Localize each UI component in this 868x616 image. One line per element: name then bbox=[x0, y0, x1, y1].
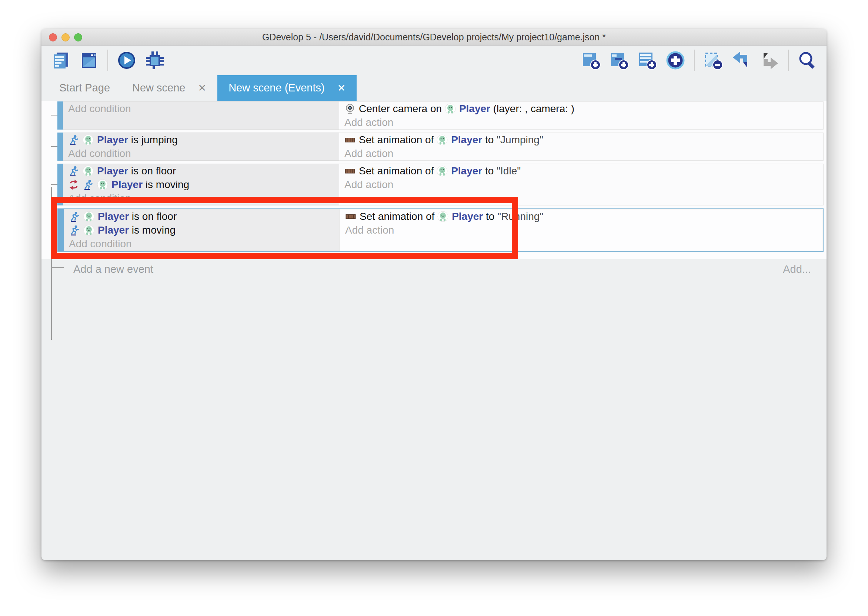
scene-editor-button[interactable] bbox=[79, 51, 99, 70]
object-name: Player bbox=[97, 134, 128, 146]
project-manager-icon bbox=[51, 51, 70, 70]
platformer-behavior-icon bbox=[69, 211, 80, 222]
condition-row[interactable]: Player is on floor bbox=[64, 209, 340, 223]
tab-new-scene-events[interactable]: New scene (Events) ✕ bbox=[217, 75, 357, 101]
debug-icon bbox=[145, 51, 164, 70]
search-icon bbox=[798, 51, 817, 70]
player-object-icon bbox=[445, 103, 456, 115]
add-action-button[interactable]: Add action bbox=[339, 178, 823, 192]
play-button[interactable] bbox=[117, 51, 136, 70]
condition-row[interactable]: Player is moving bbox=[64, 223, 340, 237]
object-name: Player bbox=[98, 211, 129, 223]
actions-cell[interactable]: Set animation of Player to "Jumping"Add … bbox=[339, 132, 824, 161]
condition-text: is moving bbox=[129, 224, 176, 236]
add-event-button[interactable] bbox=[581, 51, 601, 70]
player-object-icon bbox=[83, 134, 94, 146]
action-text: to bbox=[483, 211, 497, 223]
scene-editor-icon bbox=[79, 51, 99, 70]
add-condition-button[interactable]: Add condition bbox=[64, 237, 340, 251]
tree-line-stub bbox=[51, 115, 57, 115]
conditions-cell[interactable]: Player is on floorPlayer is movingAdd co… bbox=[64, 209, 340, 251]
event-drag-bar[interactable] bbox=[57, 132, 63, 161]
toolbar-separator bbox=[694, 50, 695, 71]
gdevelop-window: GDevelop 5 - /Users/david/Documents/GDev… bbox=[41, 29, 827, 560]
condition-text: is on floor bbox=[128, 165, 176, 177]
event-row[interactable]: Player is jumpingAdd conditionSet animat… bbox=[57, 132, 824, 161]
tab-bar: Start Page New scene ✕ New scene (Events… bbox=[41, 75, 827, 101]
add-comment-button[interactable] bbox=[638, 51, 657, 70]
action-value: "Jumping" bbox=[497, 134, 543, 146]
close-icon[interactable]: ✕ bbox=[337, 82, 346, 94]
debug-button[interactable] bbox=[145, 51, 164, 70]
animation-icon bbox=[344, 134, 355, 146]
action-text: Set animation of bbox=[359, 165, 437, 177]
action-row[interactable]: Set animation of Player to "Running" bbox=[340, 209, 822, 223]
add-subevent-icon bbox=[610, 51, 629, 70]
tree-line-stub bbox=[51, 146, 57, 147]
redo-button[interactable] bbox=[760, 51, 779, 70]
add-new-button[interactable] bbox=[666, 51, 685, 70]
events-list: Add conditionCenter camera on Player (la… bbox=[57, 101, 824, 255]
action-text: to bbox=[482, 134, 497, 146]
conditions-cell[interactable]: Player is jumpingAdd condition bbox=[63, 132, 339, 161]
add-condition-button[interactable]: Add condition bbox=[63, 102, 339, 115]
event-drag-bar[interactable] bbox=[57, 163, 63, 206]
action-text: Set animation of bbox=[360, 211, 437, 223]
event-row[interactable]: Player is on floorPlayer is movingAdd co… bbox=[57, 163, 824, 206]
close-window-button[interactable] bbox=[49, 33, 57, 41]
actions-cell[interactable]: Set animation of Player to "Running"Add … bbox=[340, 209, 823, 251]
event-row[interactable]: Player is on floorPlayer is movingAdd co… bbox=[57, 208, 824, 252]
event-row[interactable]: Add conditionCenter camera on Player (la… bbox=[57, 101, 824, 130]
delete-event-button[interactable] bbox=[704, 51, 723, 70]
add-new-event-button[interactable]: Add a new event bbox=[73, 263, 153, 275]
play-icon bbox=[117, 51, 136, 70]
condition-text: is moving bbox=[143, 179, 189, 191]
player-object-icon bbox=[437, 211, 448, 222]
action-value: "Running" bbox=[497, 211, 543, 223]
condition-row[interactable]: Player is jumping bbox=[63, 133, 339, 146]
action-value: "Idle" bbox=[497, 165, 520, 177]
action-row[interactable]: Set animation of Player to "Idle" bbox=[339, 164, 823, 178]
add-condition-button[interactable]: Add condition bbox=[63, 146, 339, 160]
search-button[interactable] bbox=[798, 51, 817, 70]
action-row[interactable]: Center camera on Player (layer: , camera… bbox=[339, 102, 823, 115]
add-button[interactable]: Add... bbox=[783, 263, 811, 275]
titlebar[interactable]: GDevelop 5 - /Users/david/Documents/GDev… bbox=[41, 29, 827, 46]
event-drag-bar[interactable] bbox=[58, 209, 64, 251]
tab-start-page[interactable]: Start Page bbox=[48, 75, 121, 101]
add-event-row: Add a new event Add... bbox=[41, 261, 827, 277]
tree-line-stub bbox=[51, 229, 56, 230]
animation-icon bbox=[344, 165, 355, 177]
project-manager-button[interactable] bbox=[51, 51, 70, 70]
animation-icon bbox=[345, 211, 356, 222]
tab-new-scene[interactable]: New scene ✕ bbox=[121, 75, 217, 101]
event-drag-bar[interactable] bbox=[57, 101, 63, 130]
player-object-icon bbox=[97, 179, 108, 190]
conditions-cell[interactable]: Add condition bbox=[63, 101, 339, 130]
add-action-button[interactable]: Add action bbox=[340, 223, 822, 237]
add-action-button[interactable]: Add action bbox=[339, 146, 823, 160]
add-action-button[interactable]: Add action bbox=[339, 115, 823, 129]
undo-button[interactable] bbox=[732, 51, 751, 70]
events-sheet[interactable]: Add conditionCenter camera on Player (la… bbox=[41, 101, 827, 259]
add-condition-button[interactable]: Add condition bbox=[63, 192, 339, 205]
player-object-icon bbox=[83, 165, 94, 177]
conditions-cell[interactable]: Player is on floorPlayer is movingAdd co… bbox=[63, 163, 339, 206]
actions-cell[interactable]: Center camera on Player (layer: , camera… bbox=[339, 101, 824, 130]
condition-row[interactable]: Player is on floor bbox=[63, 164, 339, 178]
minimize-window-button[interactable] bbox=[61, 33, 70, 41]
object-name: Player bbox=[112, 179, 143, 191]
object-name: Player bbox=[459, 103, 490, 115]
toolbar-separator bbox=[788, 50, 789, 71]
player-object-icon bbox=[83, 211, 94, 222]
action-row[interactable]: Set animation of Player to "Jumping" bbox=[339, 133, 823, 146]
zoom-window-button[interactable] bbox=[74, 33, 82, 41]
actions-cell[interactable]: Set animation of Player to "Idle"Add act… bbox=[339, 163, 824, 206]
add-subevent-button[interactable] bbox=[610, 51, 629, 70]
undo-icon bbox=[732, 51, 751, 70]
traffic-lights bbox=[49, 33, 82, 41]
tree-line-stub bbox=[51, 184, 57, 185]
close-icon[interactable]: ✕ bbox=[198, 82, 207, 94]
tab-label: Start Page bbox=[59, 82, 110, 94]
condition-row[interactable]: Player is moving bbox=[63, 178, 339, 192]
